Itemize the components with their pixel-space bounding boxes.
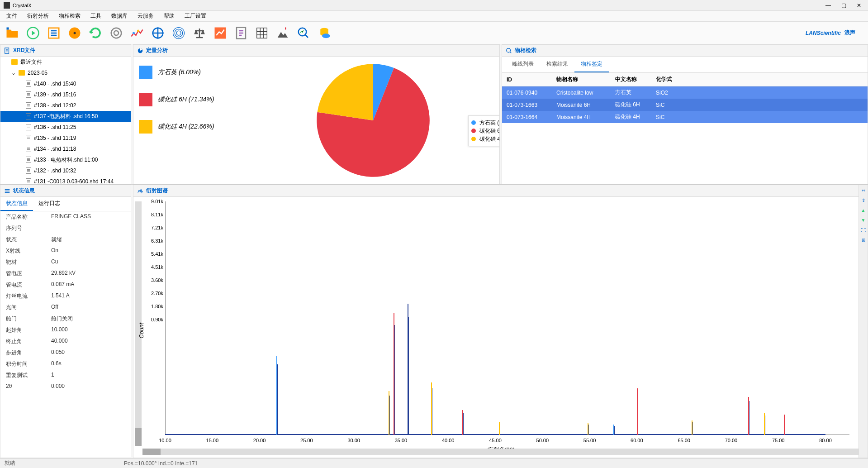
window-controls: — ▢ ✕	[825, 2, 863, 9]
status-panel: 状态信息 状态信息运行日志 产品名称FRINGE CLASS序列号状态就绪X射线…	[0, 185, 131, 458]
spectrum-title: 衍射图谱	[146, 187, 168, 195]
info-row: 步进角0.050	[0, 347, 131, 358]
xtick-label: 70.00	[725, 438, 738, 443]
legend-swatch	[139, 66, 152, 79]
file-item[interactable]: #131 -C0013 0.03-600.shd 17:44	[0, 176, 131, 184]
table-row[interactable]: 01-073-1663Moissanite 6H碳化硅 6HSiC	[502, 99, 868, 111]
maximize-button[interactable]: ▢	[840, 2, 847, 9]
search-chart-button[interactable]	[295, 24, 312, 42]
pie-slice[interactable]	[317, 64, 373, 120]
file-item[interactable]: #135 - .shd 11:19	[0, 133, 131, 143]
tab-物相鉴定[interactable]: 物相鉴定	[574, 57, 609, 72]
play-button[interactable]	[24, 24, 42, 42]
info-row: 2θ0.000	[0, 381, 131, 391]
up-icon[interactable]: ▲	[860, 208, 867, 214]
menu-item-6[interactable]: 帮助	[159, 10, 179, 22]
refresh-button[interactable]	[87, 24, 104, 42]
file-item[interactable]: #134 - .shd 11:18	[0, 143, 131, 154]
file-item[interactable]: #132 - .shd 10:32	[0, 165, 131, 176]
radiation-button[interactable]	[66, 24, 83, 42]
menu-item-7[interactable]: 工厂设置	[180, 10, 211, 22]
column-header[interactable]: ID	[502, 73, 552, 86]
brand-logo: LANScientific 浪声	[806, 29, 855, 37]
file-item[interactable]: #136 - .shd 11:25	[0, 122, 131, 133]
info-row: 管电流0.087 mA	[0, 279, 131, 291]
info-label: 积分时间	[6, 360, 51, 368]
tab-状态信息[interactable]: 状态信息	[0, 197, 33, 211]
tree-folder-sub[interactable]: ⌄ 2023-05	[0, 67, 131, 78]
info-row: X射线On	[0, 245, 131, 257]
minimize-button[interactable]: —	[825, 2, 832, 9]
ytick-label: 1.80k	[147, 304, 163, 309]
tab-运行日志[interactable]: 运行日志	[33, 197, 66, 211]
svg-point-10	[175, 29, 183, 37]
mountain-button[interactable]	[274, 24, 291, 42]
spectrum-hscroll[interactable]	[142, 449, 863, 455]
info-label: X射线	[6, 247, 51, 255]
tree-folder-root[interactable]: 最近文件	[0, 57, 131, 67]
quant-panel: 定量分析 方石英 (6.00%)碳化硅 6H (71.34%)碳化硅 4H (2…	[133, 44, 500, 184]
expand-v-icon[interactable]: ⇕	[860, 198, 867, 204]
column-header[interactable]: 物相名称	[552, 73, 611, 86]
target-button[interactable]	[149, 24, 166, 42]
ruler-icon[interactable]: ⊞	[860, 238, 867, 244]
table-row[interactable]: 01-076-0940Cristobalite low方石英SiO2	[502, 86, 868, 99]
statusbar-left: 就绪	[5, 459, 15, 467]
menu-item-4[interactable]: 数据库	[107, 10, 132, 22]
spectrum-header: 衍射图谱	[133, 185, 868, 197]
trend-button[interactable]	[212, 24, 229, 42]
quant-title: 定量分析	[146, 47, 168, 54]
legend-text: 碳化硅 6H (71.34%)	[158, 96, 214, 104]
menu-item-3[interactable]: 工具	[86, 10, 106, 22]
phase-table[interactable]: ID物相名称中文名称化学式 01-076-0940Cristobalite lo…	[502, 73, 868, 123]
file-item[interactable]: #139 - .shd 15:16	[0, 89, 131, 100]
balance-button[interactable]	[191, 24, 208, 42]
file-item[interactable]: #140 - .shd 15:40	[0, 78, 131, 89]
info-row: 终止角40.000	[0, 336, 131, 347]
cloud-db-button[interactable]	[316, 24, 333, 42]
menu-item-5[interactable]: 云服务	[133, 10, 158, 22]
file-item[interactable]: #137 -电热材料 .shd 16:50	[0, 111, 131, 122]
svg-point-5	[114, 31, 119, 35]
file-icon	[26, 124, 31, 130]
settings-button[interactable]	[108, 24, 125, 42]
file-icon	[26, 146, 31, 152]
open-file-button[interactable]	[4, 24, 21, 42]
info-value: 就绪	[51, 236, 62, 244]
tooltip-row: 方石英 (6.00%)0.066.00%	[471, 119, 499, 127]
report-button[interactable]	[232, 24, 250, 42]
svg-point-6	[133, 32, 135, 34]
spectrum-chart[interactable]: Count 衍射角(2θ) 0.90k1.80k2.70k3.60k4.51k5…	[133, 197, 868, 458]
tab-检索结果[interactable]: 检索结果	[540, 57, 574, 72]
menu-item-0[interactable]: 文件	[2, 10, 22, 22]
info-value: Off	[51, 304, 58, 311]
files-icon	[4, 48, 10, 54]
menu-item-2[interactable]: 物相检索	[54, 10, 85, 22]
ytick-label: 6.31k	[147, 238, 163, 244]
phase-panel: 物相检索 峰线列表检索结果物相鉴定 ID物相名称中文名称化学式 01-076-0…	[502, 44, 868, 184]
file-item[interactable]: #138 - .shd 12:02	[0, 100, 131, 111]
expand-h-icon[interactable]: ⇔	[860, 188, 867, 194]
table-row[interactable]: 01-073-1664Moissanite 4H碳化硅 4HSiC	[502, 111, 868, 123]
menu-item-1[interactable]: 衍射分析	[23, 10, 53, 22]
file-label: #131 -C0013 0.03-600.shd 17:44	[34, 178, 114, 184]
file-label: #140 - .shd 15:40	[34, 81, 76, 87]
files-panel-header: XRD文件	[0, 45, 131, 57]
legend-text: 方石英 (6.00%)	[158, 68, 201, 76]
fingerprint-button[interactable]	[170, 24, 187, 42]
column-header[interactable]: 化学式	[651, 73, 692, 86]
column-header[interactable]: 中文名称	[611, 73, 651, 86]
phase-title: 物相检索	[515, 47, 536, 54]
info-value: 0.050	[51, 349, 65, 357]
list-button[interactable]	[45, 24, 62, 42]
info-label: 管电流	[6, 281, 51, 289]
grid-button[interactable]	[253, 24, 270, 42]
fullscreen-icon[interactable]: ⛶	[860, 228, 867, 234]
chart-button[interactable]	[128, 24, 146, 42]
down-icon[interactable]: ▼	[860, 218, 867, 224]
tab-峰线列表[interactable]: 峰线列表	[506, 57, 540, 72]
file-item[interactable]: #133 - 电热材料.shd 11:00	[0, 154, 131, 165]
info-value: 0.000	[51, 383, 65, 389]
close-button[interactable]: ✕	[855, 2, 863, 9]
files-tree[interactable]: 最近文件 ⌄ 2023-05 #140 - .shd 15:40#139 - .…	[0, 57, 131, 184]
